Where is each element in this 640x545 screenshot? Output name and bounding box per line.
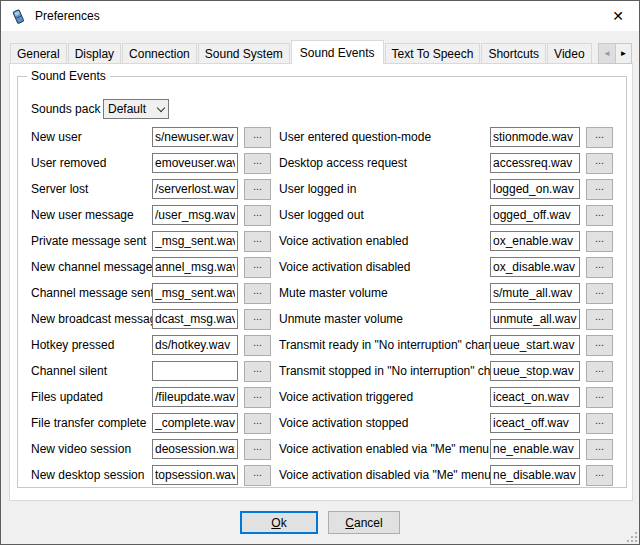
tab-scroll-left-icon[interactable]: ◄ [598,43,615,64]
group-title: Sound Events [27,69,110,83]
sound-file-input[interactable] [490,387,580,407]
sound-event-row: New video session...Voice activation ena… [31,436,613,462]
sounds-pack-select[interactable]: Default [103,99,169,119]
sound-event-row: Channel message sent...Mute master volum… [31,280,613,306]
browse-button[interactable]: ... [586,179,613,200]
browse-button[interactable]: ... [586,413,613,434]
sound-file-input[interactable] [152,205,238,225]
dialog-buttons: Ok Cancel [1,511,639,534]
event-label: Unmute master volume [279,312,490,326]
browse-button[interactable]: ... [586,387,613,408]
ok-button[interactable]: Ok [240,511,318,534]
tab-text-to-speech[interactable]: Text To Speech [385,43,481,64]
browse-button[interactable]: ... [244,127,271,148]
browse-button[interactable]: ... [586,309,613,330]
sound-file-input[interactable] [490,361,580,381]
event-label: Voice activation disabled via "Me" menu [279,468,490,482]
tab-general[interactable]: General [10,43,67,64]
sound-file-input[interactable] [490,465,580,485]
sound-file-input[interactable] [490,335,580,355]
sound-events-group: Sound Events Sounds pack Default New use… [17,76,627,488]
sound-file-input[interactable] [490,179,580,199]
sound-file-input[interactable] [152,335,238,355]
sound-event-row: New broadcast message...Unmute master vo… [31,306,613,332]
browse-button[interactable]: ... [586,127,613,148]
event-label: Voice activation disabled [279,260,490,274]
browse-button[interactable]: ... [586,205,613,226]
browse-button[interactable]: ... [586,257,613,278]
browse-button[interactable]: ... [244,413,271,434]
sound-file-input[interactable] [490,205,580,225]
browse-button[interactable]: ... [586,283,613,304]
browse-button[interactable]: ... [244,283,271,304]
resize-grip[interactable] [625,530,637,542]
sound-file-input[interactable] [490,413,580,433]
tab-video[interactable]: Video [547,43,591,64]
sound-file-input[interactable] [152,413,238,433]
sounds-pack-value: Default [108,102,158,116]
browse-button[interactable]: ... [244,231,271,252]
sound-file-input[interactable] [152,361,238,381]
tab-shortcuts[interactable]: Shortcuts [481,43,546,64]
sound-file-input[interactable] [152,257,238,277]
sound-file-input[interactable] [490,153,580,173]
sound-file-input[interactable] [152,179,238,199]
tab-display[interactable]: Display [68,43,121,64]
sound-file-input[interactable] [152,153,238,173]
browse-button[interactable]: ... [244,361,271,382]
event-label: Voice activation triggered [279,390,490,404]
event-label: Transmit stopped in "No interruption" ch… [279,364,490,378]
sound-file-input[interactable] [490,283,580,303]
titlebar[interactable]: Preferences ✕ [1,1,639,31]
browse-button[interactable]: ... [244,257,271,278]
event-label: Channel silent [31,364,152,378]
window-title: Preferences [35,9,603,23]
sound-file-input[interactable] [490,231,580,251]
browse-button[interactable]: ... [244,387,271,408]
cancel-button[interactable]: Cancel [328,511,400,534]
browse-button[interactable]: ... [244,153,271,174]
browse-button[interactable]: ... [586,361,613,382]
event-label: Channel message sent [31,286,152,300]
event-label: Voice activation enabled [279,234,490,248]
event-label: Files updated [31,390,152,404]
sound-event-row: New channel message...Voice activation d… [31,254,613,280]
browse-button[interactable]: ... [586,465,613,486]
event-label: Server lost [31,182,152,196]
browse-button[interactable]: ... [244,335,271,356]
sound-file-input[interactable] [152,387,238,407]
sound-file-input[interactable] [490,257,580,277]
sound-file-input[interactable] [152,309,238,329]
tab-connection[interactable]: Connection [122,43,197,64]
sound-file-input[interactable] [490,309,580,329]
sounds-pack-label: Sounds pack [31,102,103,116]
browse-button[interactable]: ... [244,465,271,486]
browse-button[interactable]: ... [586,439,613,460]
tab-sound-events[interactable]: Sound Events [291,40,384,64]
event-label: Mute master volume [279,286,490,300]
tab-bar: GeneralDisplayConnectionSound SystemSoun… [10,40,632,64]
browse-button[interactable]: ... [244,179,271,200]
app-icon [10,7,28,25]
tab-scroll-controls: ◄ ► [598,43,632,64]
sound-file-input[interactable] [152,127,238,147]
sound-file-input[interactable] [152,439,238,459]
tab-scroll-right-icon[interactable]: ► [615,43,632,64]
tab-sound-system[interactable]: Sound System [198,43,290,64]
sound-file-input[interactable] [152,283,238,303]
sound-file-input[interactable] [152,465,238,485]
sound-file-input[interactable] [490,127,580,147]
event-label: Voice activation stopped [279,416,490,430]
browse-button[interactable]: ... [244,205,271,226]
browse-button[interactable]: ... [244,439,271,460]
close-icon[interactable]: ✕ [603,3,633,29]
browse-button[interactable]: ... [586,153,613,174]
sound-file-input[interactable] [152,231,238,251]
browse-button[interactable]: ... [244,309,271,330]
event-label: User entered question-mode [279,130,490,144]
event-label: File transfer complete [31,416,152,430]
event-label: User logged in [279,182,490,196]
browse-button[interactable]: ... [586,231,613,252]
browse-button[interactable]: ... [586,335,613,356]
sound-file-input[interactable] [490,439,580,459]
